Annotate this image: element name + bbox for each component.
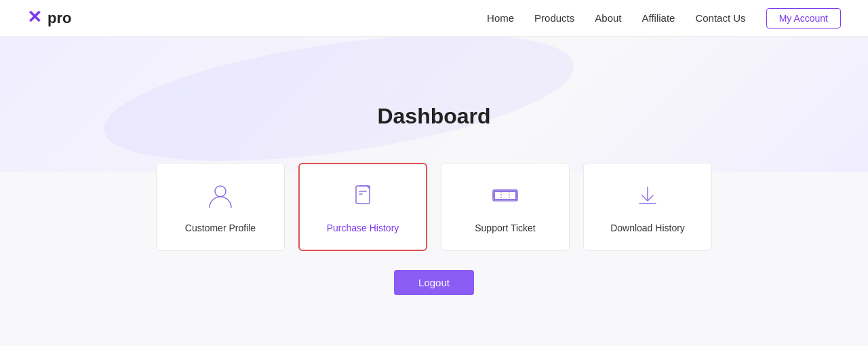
nav-link-home[interactable]: Home (487, 12, 514, 24)
my-account-item[interactable]: My Account (766, 8, 841, 28)
download-history-label: Download History (610, 223, 685, 233)
user-icon (205, 180, 235, 213)
bookmark-icon (348, 180, 378, 213)
my-account-button[interactable]: My Account (766, 8, 841, 28)
nav-links: Home Products About Affiliate Contact Us… (487, 8, 841, 28)
nav-link-affiliate[interactable]: Affiliate (642, 12, 675, 24)
main-content: Dashboard Customer Profile (0, 37, 868, 295)
nav-item-contact[interactable]: Contact Us (695, 12, 745, 24)
logout-row: Logout (0, 270, 868, 295)
nav-link-about[interactable]: About (595, 12, 621, 24)
card-download-history[interactable]: Download History (583, 163, 712, 251)
nav-item-about[interactable]: About (595, 12, 621, 24)
logo-x-icon: ✕ (27, 7, 46, 29)
logo-brand-text: pro (47, 9, 71, 27)
card-purchase-history[interactable]: Purchase History (298, 163, 427, 251)
customer-profile-label: Customer Profile (185, 223, 256, 233)
card-support-ticket[interactable]: Support Ticket (441, 163, 570, 251)
svg-point-1 (215, 186, 226, 197)
nav-item-home[interactable]: Home (487, 12, 514, 24)
navbar: ✕ pro Home Products About Affiliate Cont… (0, 0, 868, 37)
nav-item-products[interactable]: Products (534, 12, 574, 24)
dashboard-title: Dashboard (0, 73, 868, 163)
dashboard-cards: Customer Profile Purchase History (0, 163, 868, 251)
ticket-icon (490, 180, 520, 213)
svg-text:✕: ✕ (27, 7, 42, 26)
support-ticket-label: Support Ticket (475, 223, 536, 233)
purchase-history-label: Purchase History (327, 223, 399, 233)
logo[interactable]: ✕ pro (27, 7, 71, 29)
nav-item-affiliate[interactable]: Affiliate (642, 12, 675, 24)
download-icon (633, 180, 663, 213)
svg-rect-2 (356, 186, 370, 204)
nav-link-contact[interactable]: Contact Us (695, 12, 745, 24)
logout-button[interactable]: Logout (394, 270, 474, 295)
card-customer-profile[interactable]: Customer Profile (156, 163, 285, 251)
nav-link-products[interactable]: Products (534, 12, 574, 24)
